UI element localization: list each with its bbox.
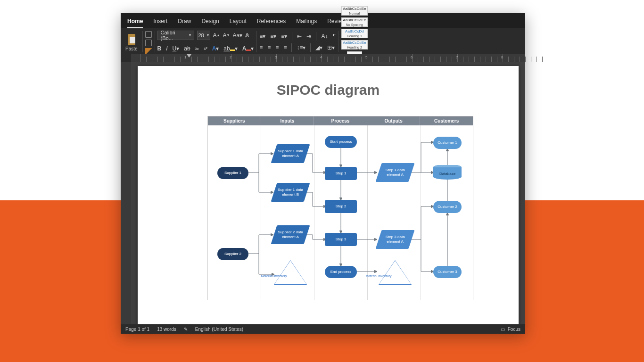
clear-format-icon[interactable]: A̷ [245,32,249,39]
pilcrow-icon[interactable]: ¶ [332,33,335,40]
shape-output-3[interactable]: Step 3 data element A [376,230,415,249]
tab-mailings[interactable]: Mailings [296,15,317,28]
increase-font-icon[interactable]: A▲ [213,32,220,39]
status-bar: Page 1 of 1 13 words ✎ English (United S… [121,324,525,334]
shape-step-1[interactable]: Step 1 [325,167,357,180]
col-header-inputs: Inputs [261,116,314,125]
bold-button[interactable]: B [157,45,162,52]
tab-references[interactable]: References [257,15,286,28]
paste-button[interactable]: Paste [125,46,138,51]
sipoc-table[interactable]: Suppliers Inputs Process Outputs Custome… [207,116,473,300]
indent-marker[interactable] [187,54,191,58]
shape-input-1[interactable]: Supplier 1 data element A [271,144,310,163]
tab-draw[interactable]: Draw [178,15,191,28]
decrease-font-icon[interactable]: A▼ [223,32,230,39]
shape-start-process[interactable]: Start process [325,136,357,148]
document-title[interactable]: SIPOC diagram [138,66,519,107]
multilevel-icon[interactable]: ≡▾ [281,33,287,40]
highlight-icon[interactable]: ab▾ [223,45,237,52]
text-effect-icon[interactable]: A▾ [212,45,219,52]
word-app-window: Home Insert Draw Design Layout Reference… [121,13,525,334]
sipoc-header-row: Suppliers Inputs Process Outputs Custome… [208,116,473,125]
shape-database[interactable]: Database [433,165,462,180]
shape-step-3[interactable]: Step 3 [325,233,357,246]
page[interactable]: SIPOC diagram Suppliers Inputs Process O… [138,66,519,324]
underline-button[interactable]: U▾ [173,45,180,52]
style-heading-1[interactable]: AaBbCcDdHeading 1 [341,29,368,38]
style-no-spacing[interactable]: AaBbCcDdEeNo Spacing [341,17,368,27]
copy-icon[interactable] [145,40,152,46]
shading-icon[interactable]: ◢▾ [315,44,322,51]
numbering-icon[interactable]: ≡▾ [270,33,276,40]
status-page[interactable]: Page 1 of 1 [125,327,149,332]
document-area[interactable]: SIPOC diagram Suppliers Inputs Process O… [131,62,525,324]
focus-mode-button[interactable]: Focus [508,327,520,332]
ribbon-tabs: Home Insert Draw Design Layout Reference… [121,13,525,28]
indent-icon[interactable]: ⇥ [306,33,311,40]
col-header-customers: Customers [420,116,473,125]
ribbon-home: Paste Calibri (Bo...▾ 28▾ A▲ A▼ Aa▾ A̷ B… [121,28,525,56]
shape-input-3[interactable]: Supplier 2 data element A [271,225,310,244]
align-left-icon[interactable]: ≡ [259,44,263,51]
line-spacing-icon[interactable]: ↕≡▾ [297,44,305,51]
paste-icon[interactable] [126,33,137,45]
focus-mode-icon[interactable]: ▭ [501,327,505,332]
col-header-process: Process [314,116,367,125]
tab-design[interactable]: Design [201,15,219,28]
align-center-icon[interactable]: ≡ [267,44,271,51]
shape-output-1[interactable]: Step 1 data element A [376,163,415,182]
tab-insert[interactable]: Insert [153,15,167,28]
shape-customer-1[interactable]: Customer 1 [433,137,462,149]
spell-check-icon[interactable]: ✎ [184,327,188,332]
shape-step-2[interactable]: Step 2 [325,200,357,213]
tab-home[interactable]: Home [127,15,143,28]
vertical-ruler[interactable] [121,62,131,324]
status-language[interactable]: English (United States) [195,327,243,332]
shape-supplier-2[interactable]: Supplier 2 [217,248,248,260]
font-name-select[interactable]: Calibri (Bo...▾ [157,31,194,40]
font-size-select[interactable]: 28▾ [197,31,210,40]
align-right-icon[interactable]: ≡ [275,44,279,51]
justify-icon[interactable]: ≡ [283,44,287,51]
style-heading-2[interactable]: AaBbCcDdEeHeading 2 [341,40,368,49]
font-color-icon[interactable]: A▾ [242,45,254,52]
styles-gallery[interactable]: AaBbCcDdEeNormal AaBbCcDdEeNo Spacing Aa… [339,28,371,55]
tab-layout[interactable]: Layout [230,15,247,28]
sort-icon[interactable]: A↓ [321,33,328,40]
col-header-outputs: Outputs [367,116,421,125]
bullets-icon[interactable]: ≡▾ [259,33,265,40]
horizontal-ruler[interactable]: 12345678 [131,54,525,62]
strike-button[interactable]: ab [184,45,190,52]
cut-icon[interactable] [145,31,152,38]
shape-end-process[interactable]: End process [325,266,357,278]
shape-customer-3[interactable]: Customer 3 [433,266,462,278]
shape-customer-2[interactable]: Customer 2 [433,201,462,213]
borders-icon[interactable]: ⊞▾ [327,44,335,51]
change-case-icon[interactable]: Aa▾ [232,32,242,39]
shape-input-2[interactable]: Supplier 1 data element B [271,183,310,202]
style-normal[interactable]: AaBbCcDdEeNormal [341,6,368,16]
col-header-suppliers: Suppliers [208,116,261,125]
italic-button[interactable]: I [166,45,167,52]
superscript-button[interactable]: x² [204,46,207,51]
outdent-icon[interactable]: ⇤ [297,33,302,40]
status-word-count[interactable]: 13 words [157,327,176,332]
shape-supplier-1[interactable]: Supplier 1 [217,167,248,179]
subscript-button[interactable]: x₂ [195,46,199,51]
